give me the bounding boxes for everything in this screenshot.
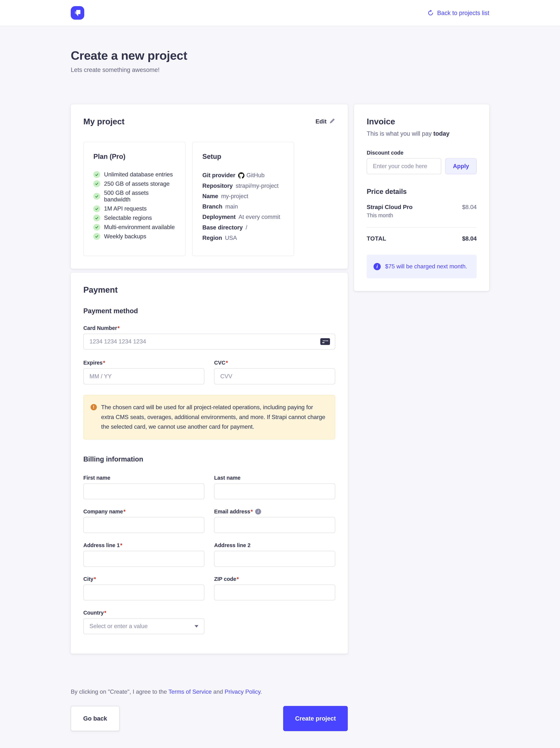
line-item-period: This month bbox=[367, 212, 413, 218]
country-select-placeholder: Select or enter a value bbox=[90, 623, 148, 630]
total-label: TOTAL bbox=[367, 235, 386, 242]
city-field: City* bbox=[83, 576, 204, 601]
card-number-input[interactable] bbox=[83, 334, 335, 350]
discount-code-input[interactable] bbox=[367, 158, 441, 174]
company-name-field: Company name* bbox=[83, 509, 204, 533]
setup-row-base-directory: Base directory / bbox=[202, 223, 284, 233]
github-icon bbox=[238, 172, 244, 179]
back-to-projects-link[interactable]: Back to projects list bbox=[428, 9, 489, 17]
total-amount: $8.04 bbox=[462, 235, 477, 242]
email-label: Email address* bbox=[214, 509, 253, 515]
country-field: Country* Select or enter a value bbox=[83, 610, 204, 634]
address-line2-input[interactable] bbox=[214, 551, 335, 567]
plan-feature: 1M API requests bbox=[93, 205, 175, 212]
price-details-section: Price details Strapi Cloud Pro This mont… bbox=[367, 188, 477, 242]
back-icon bbox=[428, 10, 434, 16]
app-header: Back to projects list bbox=[0, 0, 560, 26]
footer-actions: Go back Create project bbox=[71, 706, 348, 748]
address-line2-field: Address line 2 bbox=[214, 542, 335, 567]
check-icon bbox=[93, 205, 100, 212]
strapi-logo-icon bbox=[72, 7, 83, 19]
company-name-input[interactable] bbox=[83, 517, 204, 533]
notice-text: $75 will be charged next month. bbox=[385, 263, 467, 270]
country-select[interactable]: Select or enter a value bbox=[83, 618, 204, 634]
line-item-amount: $8.04 bbox=[462, 204, 477, 211]
email-input[interactable] bbox=[214, 517, 335, 533]
first-name-label: First name bbox=[83, 475, 204, 481]
billing-information-title: Billing information bbox=[83, 455, 335, 463]
price-divider bbox=[367, 227, 477, 228]
payment-title: Payment bbox=[83, 285, 335, 295]
check-icon bbox=[93, 171, 100, 178]
setup-box: Setup Git provider GitHub bbox=[192, 142, 294, 256]
check-icon bbox=[93, 224, 100, 231]
plan-feature: 250 GB of assets storage bbox=[93, 180, 175, 187]
required-asterisk: * bbox=[104, 610, 106, 616]
strapi-logo[interactable] bbox=[71, 6, 84, 20]
edit-button[interactable]: Edit bbox=[316, 118, 335, 125]
zip-code-input[interactable] bbox=[214, 585, 335, 601]
warning-text: The chosen card will be used for all pro… bbox=[101, 402, 326, 431]
setup-row-branch: Branch main bbox=[202, 202, 284, 212]
back-link-label: Back to projects list bbox=[437, 9, 489, 17]
edit-button-label: Edit bbox=[316, 118, 326, 125]
create-project-button[interactable]: Create project bbox=[283, 706, 348, 731]
last-name-input[interactable] bbox=[214, 483, 335, 499]
discount-code-section: Discount code Apply bbox=[367, 150, 477, 174]
my-project-card: My project Edit Plan (Pro) Unlim bbox=[71, 104, 348, 269]
plan-box: Plan (Pro) Unlimited database entries 25… bbox=[83, 142, 186, 256]
company-name-label: Company name* bbox=[83, 509, 204, 515]
address-line1-label: Address line 1* bbox=[83, 542, 204, 548]
email-field: Email address* i bbox=[214, 509, 335, 533]
city-input[interactable] bbox=[83, 585, 204, 601]
check-icon bbox=[93, 180, 100, 187]
plan-title: Plan (Pro) bbox=[93, 153, 175, 161]
line-item-name: Strapi Cloud Pro bbox=[367, 204, 413, 211]
required-asterisk: * bbox=[226, 360, 228, 366]
plan-feature: 500 GB of assets bandwidth bbox=[93, 190, 175, 203]
expires-field: Expires* bbox=[83, 360, 204, 384]
payment-card: Payment Payment method Card Number* bbox=[71, 273, 348, 654]
setup-title: Setup bbox=[202, 153, 284, 161]
email-info-icon[interactable]: i bbox=[255, 509, 261, 514]
required-asterisk: * bbox=[103, 360, 105, 366]
setup-row-git-provider: Git provider GitHub bbox=[202, 170, 284, 181]
page-title: Create a new project bbox=[71, 49, 489, 63]
zip-code-label: ZIP code* bbox=[214, 576, 335, 582]
card-number-label: Card Number* bbox=[83, 325, 335, 331]
right-column: Invoice This is what you will pay today … bbox=[354, 104, 489, 291]
credit-card-icon bbox=[320, 338, 331, 346]
address-line2-label: Address line 2 bbox=[214, 542, 335, 548]
main-content: Create a new project Lets create somethi… bbox=[71, 26, 489, 748]
page-subtitle: Lets create something awesome! bbox=[71, 66, 489, 73]
terms-of-service-link[interactable]: Terms of Service bbox=[168, 688, 212, 695]
left-column: My project Edit Plan (Pro) Unlim bbox=[71, 104, 348, 748]
first-name-field: First name bbox=[83, 475, 204, 499]
required-asterisk: * bbox=[94, 576, 96, 582]
plan-feature: Weekly backups bbox=[93, 233, 175, 240]
required-asterisk: * bbox=[120, 542, 122, 548]
cvc-label: CVC* bbox=[214, 360, 335, 366]
pencil-icon bbox=[330, 118, 335, 125]
next-month-notice: i $75 will be charged next month. bbox=[367, 255, 477, 278]
setup-row-region: Region USA bbox=[202, 233, 284, 243]
last-name-label: Last name bbox=[214, 475, 335, 481]
first-name-input[interactable] bbox=[83, 483, 204, 499]
invoice-subtitle: This is what you will pay today bbox=[367, 130, 477, 137]
required-asterisk: * bbox=[118, 325, 120, 331]
info-icon: i bbox=[373, 263, 381, 270]
cvc-input[interactable] bbox=[214, 368, 335, 384]
expires-input[interactable] bbox=[83, 368, 204, 384]
price-details-title: Price details bbox=[367, 188, 477, 195]
warning-icon: ! bbox=[91, 404, 97, 410]
plan-feature: Unlimited database entries bbox=[93, 171, 175, 178]
invoice-title: Invoice bbox=[367, 117, 477, 126]
required-asterisk: * bbox=[123, 509, 126, 514]
total-row: TOTAL $8.04 bbox=[367, 235, 477, 242]
apply-button[interactable]: Apply bbox=[445, 158, 477, 174]
address-line1-input[interactable] bbox=[83, 551, 204, 567]
privacy-policy-link[interactable]: Privacy Policy bbox=[225, 688, 260, 695]
plan-feature: Selectable regions bbox=[93, 215, 175, 221]
go-back-button[interactable]: Go back bbox=[71, 706, 120, 731]
country-label: Country* bbox=[83, 610, 204, 616]
